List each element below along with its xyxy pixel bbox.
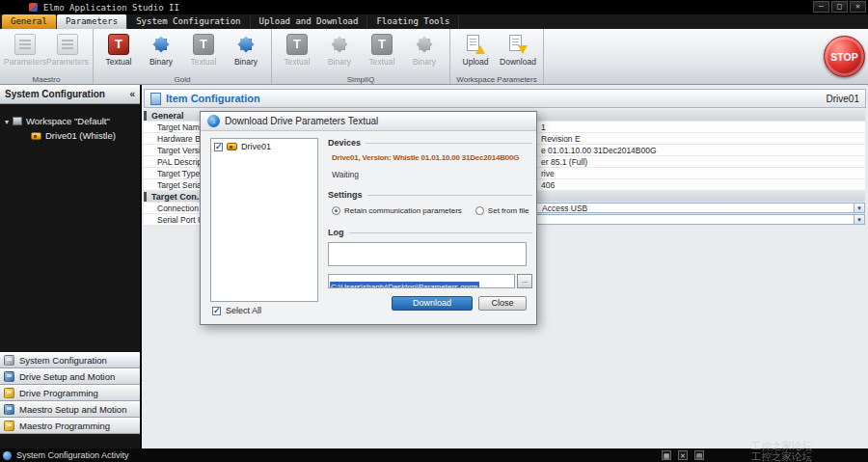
layout-grid-icon[interactable]: ▦	[662, 450, 671, 460]
stop-button[interactable]: STOP	[824, 36, 865, 77]
status-bar-icons: ▦ ✕ ▤	[662, 450, 704, 460]
panel-header: System Configuration «	[0, 85, 140, 104]
device-version-text: Drive01, Version: Whistle 01.01.10.00 31…	[328, 153, 532, 162]
tab-floating-tools[interactable]: Floating Tools	[367, 14, 459, 29]
ribbon: Parameters Parameters Maestro Textual Bi…	[0, 29, 868, 85]
ribbon-group-label: Workspace Parameters	[450, 75, 543, 84]
maestro-programming-icon	[4, 421, 14, 431]
collapse-panel-button[interactable]: «	[129, 89, 135, 99]
gold-binary-button[interactable]: Binary	[141, 32, 181, 73]
expander-icon[interactable]	[5, 116, 9, 126]
status-activity-label: System Configuration Activity	[16, 450, 129, 460]
workspace-upload-button[interactable]: Upload	[455, 32, 496, 73]
download-button[interactable]: Download	[392, 296, 473, 311]
gold-binary-button-2[interactable]: Binary	[226, 32, 266, 73]
set-from-file-radio[interactable]	[475, 206, 484, 215]
sidebar-item-drive-setup-and-motion[interactable]: Drive Setup and Motion	[0, 368, 140, 385]
panel-filler	[0, 434, 140, 448]
file-path-selected-text: C:\Users\shanty\Desktop\Parameters.gprm	[330, 282, 479, 288]
maestro-parameters-upload-button[interactable]: Parameters	[5, 32, 45, 73]
close-panel-icon[interactable]: ✕	[678, 450, 688, 460]
tab-system-configuration[interactable]: System Configuration	[127, 14, 250, 29]
tab-parameters[interactable]: Parameters	[57, 14, 127, 29]
gold-textual-button-2[interactable]: Textual	[183, 32, 224, 73]
panel-title: System Configuration	[5, 89, 105, 99]
sidebar-item-maestro-setup-and-motion[interactable]: Maestro Setup and Motion	[0, 401, 140, 418]
ribbon-group-label: SimplIQ	[272, 75, 449, 84]
file-path-input[interactable]: C:\Users\shanty\Desktop\Parameters.gprm	[328, 274, 515, 288]
dialog-title-bar[interactable]: Download Drive Parameters Textual	[201, 112, 536, 131]
ribbon-group-label: Gold	[94, 75, 271, 84]
dialog-content: Devices Drive01, Version: Whistle 01.01.…	[328, 136, 532, 288]
gold-textual-button[interactable]: Textual	[98, 32, 139, 73]
app-icon	[29, 3, 38, 12]
tab-general[interactable]: General	[2, 14, 57, 29]
browse-button[interactable]: ...	[517, 274, 532, 288]
select-all-row[interactable]: Select All	[212, 306, 261, 315]
selected-drive-label: Drive01	[827, 94, 859, 104]
select-all-label: Select All	[226, 306, 261, 315]
page-title: Item Configuration	[166, 93, 260, 104]
parameters-document-icon	[14, 34, 36, 55]
ribbon-group-label: Maestro	[0, 75, 93, 84]
system-configuration-icon	[4, 355, 14, 366]
devices-group-header: Devices	[328, 138, 532, 148]
system-configuration-panel: System Configuration « Workspace "Defaul…	[0, 85, 141, 448]
simpliq-textual-button[interactable]: Textual	[277, 32, 317, 73]
tree-item-workspace[interactable]: Workspace "Default"	[0, 114, 140, 128]
log-textarea[interactable]	[328, 242, 527, 266]
simpliq-textual-button-2[interactable]: Textual	[362, 32, 402, 73]
binary-star-icon	[414, 34, 435, 55]
item-configuration-header: Item Configuration Drive01	[144, 89, 866, 108]
tree-item-label: Workspace "Default"	[26, 116, 110, 126]
workspace-icon	[13, 117, 22, 125]
panel-layout-icon[interactable]: ▤	[694, 450, 704, 460]
activity-icon	[3, 451, 12, 460]
tab-upload-and-download[interactable]: Upload and Download	[251, 14, 368, 29]
sidebar-item-drive-programming[interactable]: Drive Programming	[0, 385, 140, 401]
simpliq-binary-button[interactable]: Binary	[319, 32, 360, 73]
retain-communication-label: Retain communication parameters	[344, 206, 462, 215]
tree-item-drive01[interactable]: Drive01 (Whistle)	[0, 128, 140, 143]
download-drive-parameters-dialog: Download Drive Parameters Textual Drive0…	[200, 111, 537, 325]
maximize-button[interactable]: □	[831, 1, 848, 13]
textual-document-icon	[108, 34, 129, 55]
dialog-title: Download Drive Parameters Textual	[225, 116, 378, 126]
file-path-row: C:\Users\shanty\Desktop\Parameters.gprm …	[328, 274, 532, 288]
item-configuration-icon	[150, 93, 161, 105]
maestro-setup-icon	[4, 404, 14, 415]
close-dialog-button[interactable]: Close	[478, 296, 527, 311]
download-sphere-icon	[207, 115, 220, 127]
retain-communication-radio[interactable]	[332, 206, 340, 215]
sidebar-item-maestro-programming[interactable]: Maestro Programming	[0, 418, 140, 434]
chevron-down-icon[interactable]	[854, 204, 864, 212]
textual-document-icon	[371, 34, 393, 55]
log-group-header: Log	[328, 228, 532, 237]
ribbon-group-gold: Textual Binary Textual Binary Gold	[94, 29, 272, 84]
sidebar-item-system-configuration[interactable]: System Configuration	[0, 352, 140, 368]
workspace-download-button[interactable]: Download	[498, 32, 538, 73]
device-list: Drive01	[210, 138, 318, 302]
drive-icon	[227, 143, 237, 150]
device-label: Drive01	[241, 142, 271, 151]
device-status-text: Waiting	[332, 170, 532, 179]
drive-icon	[31, 132, 41, 140]
window-title: Elmo Application Studio II	[43, 3, 179, 13]
binary-star-icon	[235, 34, 257, 55]
simpliq-binary-button-2[interactable]: Binary	[404, 32, 445, 73]
close-button[interactable]: ✕	[850, 1, 866, 13]
maestro-parameters-download-button[interactable]: Parameters	[47, 32, 88, 73]
drive-setup-icon	[4, 371, 14, 382]
parameters-document-icon	[57, 34, 78, 55]
dialog-buttons: Download Close	[328, 296, 527, 311]
device-checkbox[interactable]	[214, 143, 223, 151]
set-from-file-label: Set from file	[488, 206, 529, 215]
select-all-checkbox[interactable]	[212, 307, 221, 315]
ribbon-tab-bar: General Parameters System Configuration …	[0, 14, 868, 29]
chevron-down-icon[interactable]	[854, 215, 864, 224]
tree-item-label: Drive01 (Whistle)	[45, 130, 116, 141]
minimize-button[interactable]: ‒	[813, 1, 829, 13]
textual-document-icon	[286, 34, 308, 55]
device-list-item[interactable]: Drive01	[211, 139, 317, 154]
ribbon-group-workspace-parameters: Upload Download Workspace Parameters	[450, 29, 544, 84]
